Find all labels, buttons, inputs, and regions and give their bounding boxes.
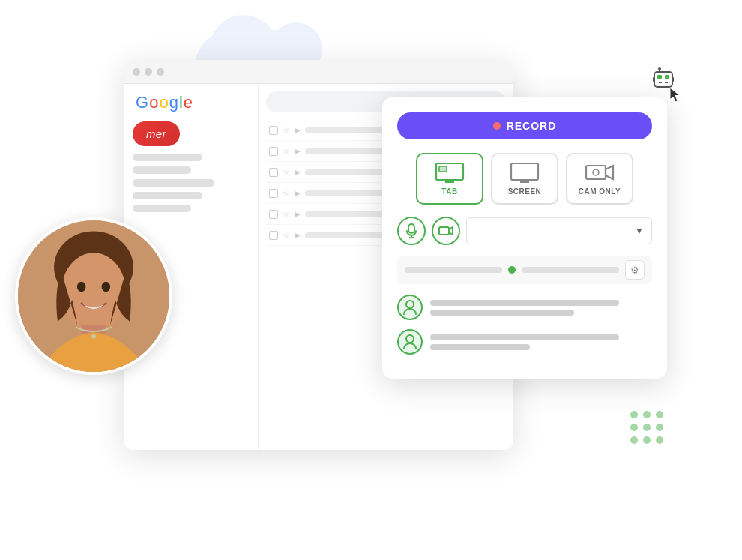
gmail-nav-item-5 [133, 205, 191, 212]
deco-dot [630, 436, 638, 444]
tab-mode-label: TAB [441, 187, 457, 196]
participant-name-line [430, 300, 619, 306]
gmail-checkbox [269, 231, 278, 240]
tab-mode-icon [435, 162, 465, 183]
record-button[interactable]: RECORD [397, 112, 652, 139]
deco-dot [656, 411, 663, 418]
camera-select-dropdown[interactable]: ▼ [466, 217, 652, 244]
deco-dot [643, 424, 651, 431]
participant-detail-line [430, 310, 574, 316]
gmail-nav-item-2 [133, 166, 191, 174]
svg-rect-17 [586, 166, 606, 179]
mode-buttons-container: TAB SCREEN [397, 153, 652, 205]
deco-dot [643, 411, 651, 418]
participant-info-2 [430, 334, 652, 350]
gmail-star: ☆ [283, 125, 290, 135]
gmail-arrow: ▶ [295, 189, 301, 197]
browser-dot-3 [157, 68, 164, 76]
deco-dot [630, 424, 638, 431]
gmail-arrow: ▶ [295, 126, 301, 134]
svg-rect-22 [439, 227, 449, 235]
audio-controls-row: ▼ [397, 217, 652, 245]
camera-button[interactable] [432, 217, 460, 245]
participant-name-line [430, 334, 619, 340]
record-label: RECORD [507, 120, 557, 132]
gmail-checkbox [269, 210, 278, 219]
mode-button-cam-only[interactable]: CAM ONLY [566, 153, 633, 205]
mode-button-screen[interactable]: SCREEN [491, 153, 558, 205]
svg-rect-5 [653, 77, 654, 82]
screen-mode-icon [510, 162, 540, 183]
svg-point-27 [61, 253, 127, 332]
gmail-arrow: ▶ [295, 168, 301, 176]
svg-point-30 [102, 282, 111, 292]
svg-point-23 [406, 301, 414, 308]
gmail-star: ☆ [283, 188, 290, 198]
tab-active-indicator [508, 266, 516, 274]
deco-dot [630, 411, 638, 418]
scene: Google mer ☆ ▶ [0, 0, 742, 560]
browser-dot-1 [133, 68, 140, 76]
microphone-button[interactable] [397, 217, 426, 245]
profile-image [18, 220, 169, 372]
compose-button[interactable]: mer [133, 121, 180, 146]
screen-mode-label: SCREEN [508, 187, 542, 196]
gear-icon: ⚙ [630, 265, 639, 276]
cam-only-mode-label: CAM ONLY [579, 187, 621, 196]
browser-dot-2 [145, 68, 152, 76]
profile-photo-circle [15, 217, 172, 375]
mode-button-tab[interactable]: TAB [416, 153, 483, 205]
gmail-star: ☆ [283, 146, 290, 156]
svg-rect-6 [672, 77, 674, 82]
participant-avatar-1 [397, 295, 423, 320]
settings-button[interactable]: ⚙ [625, 260, 645, 280]
deco-dot [656, 436, 663, 444]
svg-point-4 [658, 67, 661, 70]
recording-panel: RECORD TAB [382, 97, 667, 379]
gmail-checkbox [269, 147, 278, 156]
participant-info-1 [430, 300, 652, 316]
svg-point-18 [593, 169, 599, 175]
chevron-down-icon: ▼ [635, 226, 644, 236]
svg-rect-0 [654, 72, 672, 87]
compose-label: mer [146, 127, 166, 140]
google-logo: Google [133, 93, 249, 112]
tab-bar-item-2 [522, 267, 619, 273]
cursor-icon [669, 86, 684, 108]
record-dot-icon [493, 122, 501, 130]
gmail-nav-item-1 [133, 154, 202, 161]
gmail-nav-item-3 [133, 179, 214, 187]
browser-titlebar [124, 60, 513, 84]
gmail-checkbox [269, 189, 278, 198]
participant-row-1 [397, 295, 652, 320]
gmail-star: ☆ [283, 230, 290, 240]
svg-point-31 [91, 334, 96, 339]
svg-rect-2 [665, 75, 669, 79]
deco-dot [656, 424, 663, 431]
participant-avatar-2 [397, 329, 423, 355]
participant-row-2 [397, 329, 652, 355]
cam-only-mode-icon [585, 162, 615, 183]
gmail-nav-item-4 [133, 192, 202, 199]
svg-rect-14 [511, 163, 538, 180]
svg-rect-1 [657, 75, 662, 79]
svg-rect-19 [408, 224, 414, 233]
deco-dot [643, 436, 651, 444]
gmail-checkbox [269, 126, 278, 135]
gmail-star: ☆ [283, 209, 290, 219]
participant-detail-line [430, 344, 530, 350]
svg-rect-10 [439, 166, 447, 172]
tab-bar: ⚙ [397, 256, 652, 284]
gmail-arrow: ▶ [295, 147, 301, 155]
decorative-dots [630, 411, 663, 444]
svg-point-29 [77, 282, 86, 292]
gmail-arrow: ▶ [295, 210, 301, 218]
gmail-star: ☆ [283, 167, 290, 177]
tab-bar-item-1 [405, 267, 502, 273]
gmail-arrow: ▶ [295, 231, 301, 239]
svg-point-24 [406, 335, 414, 343]
gmail-checkbox [269, 168, 278, 177]
